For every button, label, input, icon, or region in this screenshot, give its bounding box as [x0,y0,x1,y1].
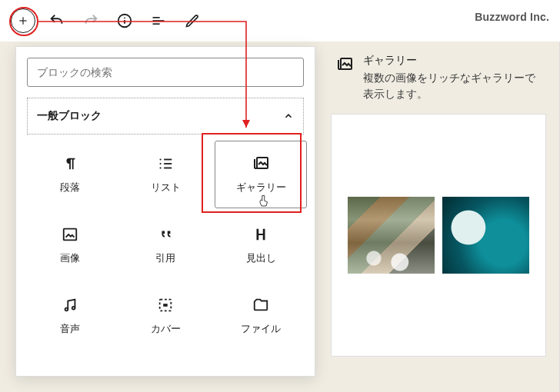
add-block-button[interactable] [9,7,37,35]
gallery-thumb-2 [442,197,529,274]
block-cover[interactable]: カバー [119,282,212,350]
undo-icon [48,12,65,29]
block-label: ギャラリー [236,181,286,194]
plus-circle-icon [11,8,35,33]
info-icon [116,12,133,29]
preview-header: ギャラリー 複数の画像をリッチなギャラリーで表示します。 [331,49,546,114]
block-label: リスト [151,181,181,194]
redo-button[interactable] [77,7,105,35]
block-file[interactable]: ファイル [215,282,307,350]
block-label: カバー [151,322,181,336]
gallery-thumbnails [348,197,529,274]
brand-label: Buzzword Inc. [475,11,549,23]
outline-icon [151,13,166,28]
svg-point-10 [159,163,161,164]
block-audio[interactable]: 音声 [24,282,116,350]
chevron-up-icon [283,111,294,121]
block-quote[interactable]: 引用 [119,211,212,279]
block-grid-scroll[interactable]: 段落 リスト ギャラリー 画像 [24,141,312,368]
block-label: 見出し [246,251,276,265]
block-search-input[interactable] [27,58,304,87]
block-heading[interactable]: 見出し [215,211,307,279]
outline-button[interactable] [145,7,172,35]
svg-point-8 [159,158,161,160]
section-title: 一般ブロック [37,109,102,123]
block-paragraph[interactable]: 段落 [24,141,116,208]
section-common-blocks[interactable]: 一般ブロック [27,98,304,135]
svg-point-17 [72,307,75,310]
block-label: ファイル [241,322,281,336]
audio-icon [62,296,78,314]
quote-icon [157,225,174,244]
list-icon [157,154,174,173]
redo-icon [82,12,99,29]
gallery-preview-box [331,114,546,357]
block-inserter-panel: 一般ブロック 段落 リスト ギャラリー [15,46,315,377]
undo-button[interactable] [43,7,71,35]
block-label: 音声 [60,322,80,336]
svg-rect-19 [163,304,168,307]
block-image[interactable]: 画像 [24,211,116,279]
svg-point-4 [124,17,125,18]
block-grid: 段落 リスト ギャラリー 画像 [24,141,307,350]
gallery-thumb-1 [348,197,435,274]
block-label: 段落 [60,181,80,194]
preview-title: ギャラリー [363,54,542,68]
heading-icon [252,225,269,244]
block-list[interactable]: リスト [119,141,212,208]
edit-button[interactable] [178,7,206,35]
preview-description: 複数の画像をリッチなギャラリーで表示します。 [363,71,542,103]
paragraph-icon [62,154,78,173]
pencil-icon [185,13,200,28]
image-icon [62,225,78,244]
pointer-cursor-icon [257,194,271,209]
block-label: 引用 [155,251,175,265]
block-label: 画像 [60,251,80,265]
info-button[interactable] [111,7,138,35]
cover-icon [157,296,174,314]
search-wrap [16,47,315,95]
svg-rect-15 [64,229,77,241]
gallery-icon [252,154,270,173]
svg-point-16 [65,308,68,311]
file-icon [252,296,269,314]
block-preview-panel: ギャラリー 複数の画像をリッチなギャラリーで表示します。 [331,49,546,357]
gallery-icon [335,55,354,74]
svg-point-12 [159,167,161,168]
